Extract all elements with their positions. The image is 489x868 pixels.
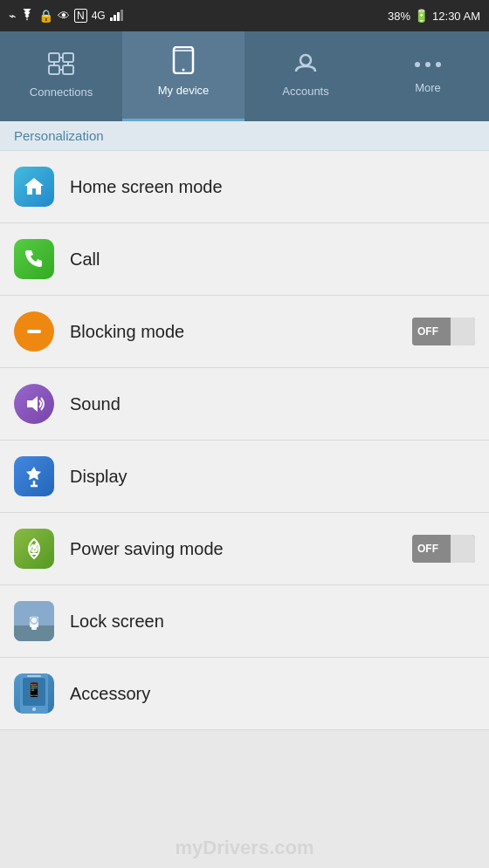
sound-icon	[14, 384, 54, 424]
sound-item[interactable]: Sound	[0, 368, 489, 441]
section-header: Personalization	[0, 121, 489, 151]
settings-list: Home screen mode Call Blocking mode OFF	[0, 151, 489, 730]
time-display: 12:30 AM	[432, 10, 480, 23]
svg-point-13	[183, 69, 185, 72]
svg-rect-4	[49, 53, 59, 62]
call-icon	[14, 239, 54, 279]
battery-icon: 🔋	[414, 9, 429, 23]
more-icon	[414, 51, 442, 76]
accessory-label: Accessory	[70, 684, 475, 704]
lock-screen-icon	[14, 601, 54, 641]
svg-point-18	[436, 62, 441, 67]
eye-icon: 👁	[58, 9, 70, 23]
battery-percent: 38%	[388, 10, 410, 23]
more-label: More	[415, 81, 441, 94]
svg-rect-6	[49, 65, 59, 74]
blocking-mode-item[interactable]: Blocking mode OFF	[0, 296, 489, 368]
call-label: Call	[70, 249, 475, 270]
blocking-mode-toggle[interactable]: OFF	[412, 318, 475, 345]
mydevice-label: My device	[158, 84, 210, 97]
blocking-mode-icon	[14, 311, 54, 352]
nfc-icon: N	[74, 9, 87, 23]
svg-rect-2	[117, 12, 120, 21]
display-label: Display	[70, 467, 475, 487]
svg-rect-3	[121, 10, 123, 21]
svg-rect-7	[63, 65, 73, 74]
display-icon	[14, 456, 54, 496]
svg-text:♻: ♻	[31, 546, 38, 554]
svg-marker-21	[27, 396, 38, 412]
home-screen-mode-icon	[14, 167, 54, 207]
lock-screen-item[interactable]: Lock screen	[0, 585, 489, 658]
blocking-mode-label: Blocking mode	[70, 322, 412, 342]
status-left-icons: ⌁ 🔒 👁 N 4G	[9, 9, 126, 24]
wifi-icon	[20, 9, 34, 24]
lock-icon: 🔒	[38, 9, 53, 23]
accessory-item[interactable]: 📱 Accessory	[0, 658, 489, 730]
svg-rect-28	[31, 625, 37, 630]
tab-connections[interactable]: Connections	[0, 31, 122, 121]
svg-rect-1	[114, 15, 116, 21]
connections-icon	[47, 48, 75, 80]
toggle-thumb	[451, 318, 475, 345]
power-saving-icon: ♻	[14, 529, 54, 569]
tab-mydevice[interactable]: My device	[122, 31, 244, 121]
accounts-label: Accounts	[282, 85, 328, 98]
power-saving-mode-label: Power saving mode	[70, 539, 412, 559]
svg-rect-20	[27, 330, 41, 333]
svg-rect-32	[27, 675, 41, 677]
4g-icon: 4G	[92, 10, 106, 22]
lock-screen-label: Lock screen	[70, 612, 475, 632]
signal-icon	[110, 9, 126, 24]
sound-label: Sound	[70, 394, 475, 414]
home-screen-mode-label: Home screen mode	[70, 177, 475, 197]
power-toggle-thumb	[451, 535, 475, 563]
display-item[interactable]: Display	[0, 441, 489, 513]
svg-point-15	[300, 55, 311, 65]
svg-text:📱: 📱	[25, 681, 43, 698]
power-saving-mode-item[interactable]: ♻ Power saving mode OFF	[0, 513, 489, 585]
tab-accounts[interactable]: Accounts	[244, 31, 367, 121]
connections-label: Connections	[30, 85, 93, 99]
mydevice-icon	[171, 46, 196, 79]
accounts-icon	[292, 49, 320, 79]
tab-more[interactable]: More	[367, 31, 489, 121]
watermark: myDrivers.com	[176, 837, 314, 859]
svg-point-16	[415, 62, 420, 67]
accessory-icon: 📱	[14, 673, 54, 714]
svg-rect-0	[110, 17, 113, 21]
call-item[interactable]: Call	[0, 223, 489, 296]
svg-point-31	[32, 707, 36, 711]
power-toggle-off-text: OFF	[412, 535, 451, 563]
status-right-icons: 38% 🔋 12:30 AM	[388, 9, 480, 23]
power-saving-toggle[interactable]: OFF	[412, 535, 475, 563]
svg-rect-5	[63, 53, 73, 62]
toggle-off-text: OFF	[412, 318, 451, 345]
usb-icon: ⌁	[9, 9, 16, 23]
status-bar: ⌁ 🔒 👁 N 4G 38% 🔋 12:30 AM	[0, 0, 489, 31]
home-screen-mode-item[interactable]: Home screen mode	[0, 151, 489, 223]
svg-point-17	[425, 62, 430, 67]
tab-bar: Connections My device Accounts	[0, 31, 489, 121]
